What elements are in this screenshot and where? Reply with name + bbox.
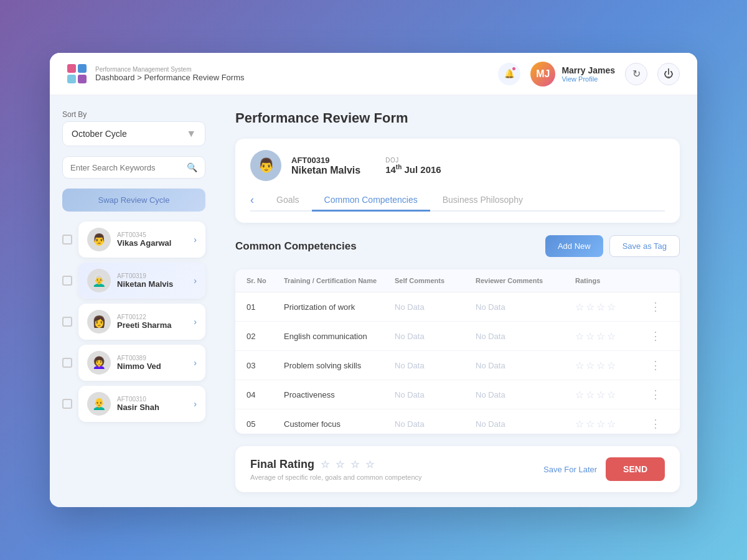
star-icon[interactable]: ☆ [607, 301, 616, 313]
employee-id-1: AFT00345 [117, 231, 187, 238]
star-icon[interactable]: ☆ [596, 360, 605, 371]
employee-checkbox-4[interactable] [62, 358, 72, 368]
employee-avatar-1: 👨 [87, 228, 111, 251]
table-row: 05 Customer focus No Data No Data ☆ ☆ ☆ … [235, 409, 680, 434]
employee-id-2: AFT00319 [117, 273, 187, 279]
refresh-button[interactable]: ↻ [625, 63, 647, 85]
app-container: Performance Management System Dashboard … [50, 53, 697, 507]
row1-rating: ☆ ☆ ☆ ☆ [575, 301, 650, 313]
final-star-icon[interactable]: ☆ [350, 459, 359, 470]
tab-business-philosophy[interactable]: Business Philosophy [430, 190, 535, 212]
main-content: Sort By October Cycle ▼ 🔍 Swap Review Cy… [50, 95, 697, 507]
row5-name: Customer focus [284, 419, 395, 429]
employee-id-4: AFT00389 [117, 355, 187, 362]
more-options-icon[interactable]: ⋮ [650, 388, 669, 401]
save-as-tag-button[interactable]: Save as Tag [609, 235, 680, 257]
row5-reviewer: No Data [476, 419, 575, 429]
refresh-icon: ↻ [632, 68, 641, 80]
list-item: 👩 AFT00122 Preeti Sharma › [62, 304, 205, 340]
row2-rating: ☆ ☆ ☆ ☆ [575, 330, 650, 342]
employee-header-avatar: 👨 [250, 150, 281, 181]
logo-cell-4 [78, 75, 87, 83]
user-name: Marry James [561, 65, 615, 75]
sort-dropdown[interactable]: October Cycle ▼ [62, 121, 205, 146]
employee-info-4: AFT00389 Nimmo Ved [117, 355, 187, 371]
employee-checkbox-3[interactable] [62, 317, 72, 327]
star-icon[interactable]: ☆ [607, 389, 616, 401]
star-icon[interactable]: ☆ [596, 301, 605, 313]
star-icon[interactable]: ☆ [575, 330, 584, 342]
tab-goals[interactable]: Goals [264, 190, 312, 212]
employee-card-2[interactable]: 👨‍🦳 AFT00319 Niketan Malvis › [78, 263, 205, 299]
star-icon[interactable]: ☆ [586, 301, 594, 313]
star-icon[interactable]: ☆ [596, 330, 605, 342]
final-star-icon[interactable]: ☆ [365, 459, 374, 470]
employee-info-3: AFT00122 Preeti Sharma [117, 314, 187, 330]
employee-checkbox-2[interactable] [62, 276, 72, 286]
employee-header-info: 👨 AFT00319 Niketan Malvis DOJ 14th Jul 2… [250, 150, 665, 181]
star-icon[interactable]: ☆ [575, 418, 584, 430]
power-button[interactable]: ⏻ [657, 63, 680, 85]
sort-by-section: Sort By October Cycle ▼ [62, 110, 205, 146]
save-for-later-button[interactable]: Save For Later [543, 465, 597, 474]
employee-card-3[interactable]: 👩 AFT00122 Preeti Sharma › [78, 304, 205, 340]
user-text: Marry James View Profile [561, 65, 615, 83]
employee-checkbox-5[interactable] [62, 399, 72, 409]
employee-checkbox-1[interactable] [62, 235, 72, 245]
header-titles: Performance Management System Dashboard … [95, 66, 245, 82]
star-icon[interactable]: ☆ [607, 360, 616, 371]
row5-rating: ☆ ☆ ☆ ☆ [575, 418, 650, 430]
employee-info-1: AFT00345 Vikas Agarwal [117, 231, 187, 248]
col-header-self: Self Comments [395, 277, 476, 284]
more-options-icon[interactable]: ⋮ [650, 358, 669, 372]
notification-button[interactable]: 🔔 [498, 63, 520, 85]
add-new-button[interactable]: Add New [545, 235, 603, 257]
more-options-icon[interactable]: ⋮ [650, 329, 669, 343]
swap-review-cycle-button[interactable]: Swap Review Cycle [62, 189, 205, 212]
employee-card-1[interactable]: 👨 AFT00345 Vikas Agarwal › [78, 222, 205, 258]
star-icon[interactable]: ☆ [575, 360, 584, 371]
star-icon[interactable]: ☆ [607, 330, 616, 342]
list-item: 👩‍🦱 AFT00389 Nimmo Ved › [62, 345, 205, 381]
row2-reviewer: No Data [476, 332, 575, 341]
logo-cell-3 [67, 75, 76, 83]
final-star-icon[interactable]: ☆ [321, 459, 329, 470]
star-icon[interactable]: ☆ [575, 389, 584, 401]
row3-reviewer: No Data [476, 361, 575, 370]
row3-rating: ☆ ☆ ☆ ☆ [575, 360, 650, 371]
employee-card-4[interactable]: 👩‍🦱 AFT00389 Nimmo Ved › [78, 345, 205, 381]
star-icon[interactable]: ☆ [596, 389, 605, 401]
search-box: 🔍 [62, 156, 205, 179]
row1-reviewer: No Data [476, 302, 575, 312]
sort-value: October Cycle [72, 129, 127, 139]
tab-common-competencies[interactable]: Common Competencies [312, 190, 430, 212]
employee-id-5: AFT00310 [117, 396, 187, 403]
col-header-sr: Sr. No [247, 277, 284, 284]
star-icon[interactable]: ☆ [586, 330, 594, 342]
chevron-right-icon-4: › [194, 358, 197, 368]
more-options-icon[interactable]: ⋮ [650, 300, 669, 314]
employee-card-5[interactable]: 👨‍🦲 AFT00310 Nasir Shah › [78, 386, 205, 422]
view-profile-link[interactable]: View Profile [561, 75, 615, 83]
employee-name-2: Niketan Malvis [117, 279, 187, 289]
star-icon[interactable]: ☆ [607, 418, 616, 430]
final-rating-card: Final Rating ☆ ☆ ☆ ☆ Average of specific… [235, 446, 680, 492]
employee-avatar-4: 👩‍🦱 [87, 351, 111, 375]
tabs: ‹ Goals Common Competencies Business Phi… [250, 190, 665, 212]
star-icon[interactable]: ☆ [586, 389, 594, 401]
star-icon[interactable]: ☆ [596, 418, 605, 430]
row5-self: No Data [395, 419, 476, 429]
more-options-icon[interactable]: ⋮ [650, 417, 669, 431]
employee-doj-section: DOJ 14th Jul 2016 [385, 157, 441, 175]
final-star-icon[interactable]: ☆ [336, 459, 344, 470]
table-header: Sr. No Training / Certification Name Sel… [235, 269, 680, 292]
back-button[interactable]: ‹ [250, 194, 254, 207]
row1-sr: 01 [247, 302, 284, 312]
star-icon[interactable]: ☆ [586, 360, 594, 371]
search-input[interactable] [70, 163, 182, 172]
star-icon[interactable]: ☆ [586, 418, 594, 430]
star-icon[interactable]: ☆ [575, 301, 584, 313]
row4-rating: ☆ ☆ ☆ ☆ [575, 389, 650, 401]
send-button[interactable]: SEND [606, 457, 665, 481]
right-panel: Performance Review Form 👨 AFT00319 Niket… [218, 95, 697, 507]
